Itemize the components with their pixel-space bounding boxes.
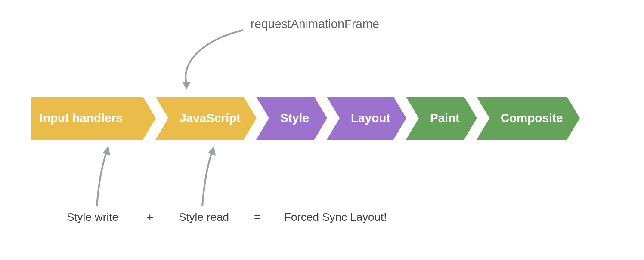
svg-marker-2 — [208, 146, 216, 156]
eq-forced-sync-layout: Forced Sync Layout! — [284, 211, 387, 224]
eq-equals: = — [254, 211, 261, 224]
eq-style-read: Style read — [179, 211, 229, 224]
bottom-equation: Style write + Style read = Forced Sync L… — [0, 211, 644, 228]
diagram-canvas: { "top_annotation": "requestAnimationFra… — [0, 0, 644, 260]
eq-style-write: Style write — [67, 211, 118, 224]
eq-plus: + — [146, 211, 153, 224]
